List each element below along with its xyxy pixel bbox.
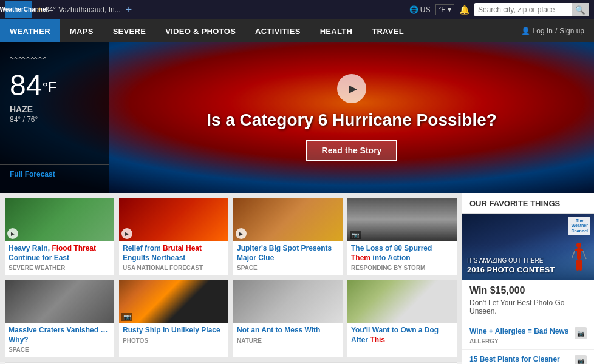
nav-bar: Weather Maps Severe Video & Photos Activ… bbox=[0, 19, 594, 42]
article-body: Heavy Rain, Flood Threat Continue for Ea… bbox=[5, 241, 114, 275]
search-box: 🔍 bbox=[474, 3, 589, 16]
sidebar-item-title: Wine + Allergies = Bad News bbox=[469, 327, 570, 337]
banner-label1: IT'S AMAZING OUT THERE 2016 PHOTO CONTES… bbox=[467, 256, 589, 275]
read-story-button[interactable]: Read the Story bbox=[306, 140, 398, 161]
article-thumbnail bbox=[233, 280, 343, 323]
sidebar-item-tag: ALLERGY bbox=[469, 338, 570, 345]
top-bar: The Weather Channel ⚠ 84° Vazhuthacaud, … bbox=[0, 0, 594, 19]
hero-content: Is a Category 6 Hurricane Possible? Read… bbox=[109, 42, 594, 193]
sidebar-item-camera-icon: 📷 bbox=[575, 327, 587, 339]
article-card[interactable]: Not an Ant to Mess With NATURE bbox=[233, 280, 343, 357]
article-tag: PHOTOS bbox=[123, 337, 225, 344]
article-tag: SPACE bbox=[237, 265, 339, 271]
temp-value: 84 bbox=[10, 69, 42, 101]
article-card[interactable]: Massive Craters Vanished … Why? SPACE bbox=[5, 280, 114, 357]
sidebar-item-plants[interactable]: 15 Best Plants for Cleaner Indoor Air AL… bbox=[462, 350, 594, 364]
camera-icon: 📷 bbox=[121, 313, 132, 321]
temp-range: 84° / 76° bbox=[10, 115, 100, 124]
nav-item-activities[interactable]: Activities bbox=[245, 19, 310, 42]
hero-title: Is a Category 6 Hurricane Possible? bbox=[207, 110, 497, 130]
sidebar-item-text: 15 Best Plants for Cleaner Indoor Air AL… bbox=[469, 355, 570, 364]
survey-bar[interactable]: QUICK HOMEPAGE SURVEY bbox=[5, 362, 457, 364]
weather-widget: 〰〰〰 84°F HAZE 84° / 76° Full Forecast bbox=[0, 42, 109, 193]
content-area: ▶ Heavy Rain, Flood Threat Continue for … bbox=[0, 193, 594, 364]
article-card[interactable]: ▶ Jupiter's Big Spot Presents Major Clue… bbox=[233, 198, 343, 275]
full-forecast-link[interactable]: Full Forecast bbox=[0, 164, 109, 183]
article-tag: NATURE bbox=[237, 337, 339, 344]
temp-unit: °F bbox=[42, 79, 56, 95]
article-title: Rusty Ship in Unlikely Place bbox=[123, 326, 225, 335]
article-title: You'll Want to Own a Dog After This bbox=[351, 326, 453, 345]
nav-item-health[interactable]: Health bbox=[310, 19, 363, 42]
play-icon: ▶ bbox=[121, 228, 132, 239]
weather-condition: HAZE bbox=[10, 104, 100, 114]
article-title: Jupiter's Big Spot Presents Major Clue bbox=[237, 244, 339, 263]
play-icon: ▶ bbox=[236, 228, 247, 239]
article-thumbnail: ▶ bbox=[233, 198, 343, 241]
sidebar-item-text: Wine + Allergies = Bad News ALLERGY bbox=[469, 327, 570, 345]
article-card[interactable]: ▶ Relief from Brutal Heat Engulfs Northe… bbox=[119, 198, 228, 275]
article-title: Relief from Brutal Heat Engulfs Northeas… bbox=[123, 244, 225, 263]
sidebar-banner[interactable]: The Weather Channel IT'S AMAZING OUT THE… bbox=[462, 214, 594, 280]
article-thumbnail: ▶ bbox=[119, 198, 228, 241]
article-card[interactable]: ▶ Heavy Rain, Flood Threat Continue for … bbox=[5, 198, 114, 275]
search-button[interactable]: 🔍 bbox=[572, 3, 589, 16]
article-thumbnail: 📷 bbox=[347, 198, 457, 241]
article-tag: RESPONDING BY STORM bbox=[351, 265, 453, 271]
win-subtitle: Don't Let Your Best Photo Go Unseen. bbox=[462, 298, 594, 322]
alert-icon: ⚠ bbox=[36, 6, 43, 14]
sidebar-item-title: 15 Best Plants for Cleaner Indoor Air bbox=[469, 355, 570, 364]
article-body: The Loss of 80 Spurred Them into Action … bbox=[347, 241, 457, 275]
article-title: Not an Ant to Mess With bbox=[237, 326, 339, 335]
hero-play-button[interactable] bbox=[337, 74, 366, 103]
banner-text-area: IT'S AMAZING OUT THERE 2016 PHOTO CONTES… bbox=[462, 214, 594, 280]
nav-item-video-photos[interactable]: Video & Photos bbox=[155, 19, 245, 42]
article-card[interactable]: 📷 Rusty Ship in Unlikely Place PHOTOS bbox=[119, 280, 228, 357]
sidebar-item-wine[interactable]: Wine + Allergies = Bad News ALLERGY 📷 bbox=[462, 322, 594, 350]
article-thumbnail: 📷 bbox=[119, 280, 228, 323]
region-label: US bbox=[420, 5, 431, 14]
sidebar-item-camera-icon: 📷 bbox=[575, 355, 587, 364]
sidebar: OUR FAVORITE THINGS The Weather Channel bbox=[462, 193, 594, 364]
nav-user-area: 👤 Log In / Sign up bbox=[511, 27, 594, 35]
camera-icon: 📷 bbox=[350, 231, 361, 239]
article-body: Massive Craters Vanished … Why? SPACE bbox=[5, 323, 114, 357]
location-weather: ⚠ 84° Vazhuthacaud, In... bbox=[36, 5, 121, 14]
article-body: Relief from Brutal Heat Engulfs Northeas… bbox=[119, 241, 228, 275]
temperature: 84° bbox=[45, 5, 56, 14]
hero-section: 〰〰〰 84°F HAZE 84° / 76° Full Forecast Is… bbox=[0, 42, 594, 193]
login-link[interactable]: 👤 Log In / Sign up bbox=[511, 27, 594, 35]
article-card[interactable]: 📷 The Loss of 80 Spurred Them into Actio… bbox=[347, 198, 457, 275]
site-logo[interactable]: The Weather Channel bbox=[5, 1, 32, 18]
widget-temperature: 84°F bbox=[10, 69, 100, 102]
nav-item-maps[interactable]: Maps bbox=[60, 19, 103, 42]
main-content: ▶ Heavy Rain, Flood Threat Continue for … bbox=[0, 193, 462, 364]
add-location-button[interactable]: + bbox=[126, 4, 132, 16]
notification-bell-icon[interactable]: 🔔 bbox=[459, 5, 469, 15]
article-grid: ▶ Heavy Rain, Flood Threat Continue for … bbox=[0, 193, 462, 362]
article-title: Massive Craters Vanished … Why? bbox=[9, 326, 111, 345]
nav-item-severe[interactable]: Severe bbox=[103, 19, 156, 42]
play-icon: ▶ bbox=[7, 228, 18, 239]
article-thumbnail bbox=[5, 280, 114, 323]
article-title: Heavy Rain, Flood Threat Continue for Ea… bbox=[9, 244, 111, 263]
article-tag: USA NATIONAL FORECAST bbox=[123, 265, 225, 271]
logo-line2: Weather bbox=[0, 6, 24, 13]
globe-icon: 🌐 bbox=[409, 5, 418, 14]
sidebar-header: OUR FAVORITE THINGS bbox=[462, 193, 594, 214]
article-body: Not an Ant to Mess With NATURE bbox=[233, 323, 343, 348]
wave-icon: 〰〰〰 bbox=[10, 52, 100, 66]
nav-item-weather[interactable]: Weather bbox=[0, 19, 60, 42]
region-selector[interactable]: 🌐 US bbox=[409, 5, 431, 14]
article-thumbnail bbox=[347, 280, 457, 323]
unit-selector[interactable]: °F ▾ bbox=[435, 4, 454, 15]
win-amount: Win $15,000 bbox=[462, 280, 594, 298]
article-card[interactable]: You'll Want to Own a Dog After This bbox=[347, 280, 457, 357]
user-icon: 👤 bbox=[521, 27, 530, 35]
article-title: The Loss of 80 Spurred Them into Action bbox=[351, 244, 453, 263]
search-input[interactable] bbox=[474, 4, 572, 15]
article-tag: SEVERE WEATHER bbox=[9, 265, 111, 271]
nav-item-travel[interactable]: Travel bbox=[362, 19, 414, 42]
article-body: Jupiter's Big Spot Presents Major Clue S… bbox=[233, 241, 343, 275]
article-tag: SPACE bbox=[9, 346, 111, 353]
